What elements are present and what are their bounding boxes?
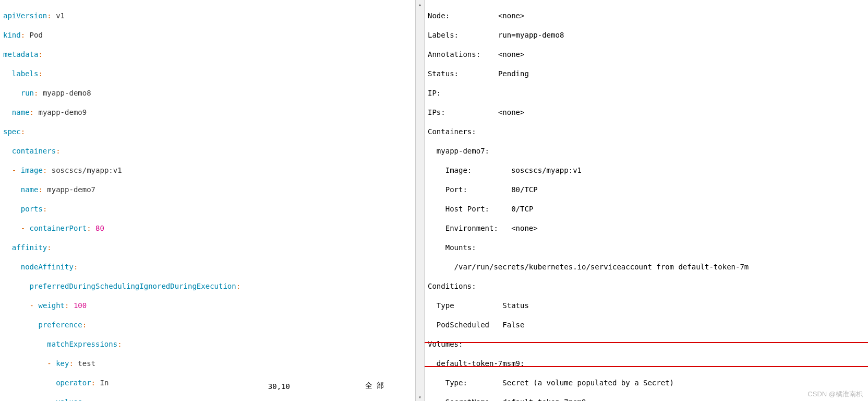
yaml-line: values: — [3, 397, 412, 401]
watermark: CSDN @橘淮南枳 — [807, 390, 863, 399]
out-line: SecretName: default-token-7msm9 — [428, 397, 865, 401]
out-line: IPs: <none> — [428, 107, 865, 118]
out-line: Labels: run=myapp-demo8 — [428, 30, 865, 41]
out-line: PodScheduled False — [428, 320, 865, 331]
scroll-down-icon[interactable]: ▾ — [416, 393, 424, 401]
out-line: Volumes: — [428, 339, 865, 350]
scroll-up-icon[interactable]: ▴ — [416, 0, 424, 8]
out-line: Host Port: 0/TCP — [428, 204, 865, 215]
yaml-line: matchExpressions: — [3, 339, 412, 350]
out-line: Annotations: <none> — [428, 49, 865, 60]
yaml-line: - key: test — [3, 358, 412, 369]
out-line: Status: Pending — [428, 68, 865, 79]
yaml-line: preference: — [3, 320, 412, 331]
yaml-line: apiVersion: v1 — [3, 10, 412, 21]
yaml-line: spec: — [3, 126, 412, 137]
yaml-line: affinity: — [3, 242, 412, 253]
yaml-line: ports: — [3, 204, 412, 215]
yaml-line: operator: In — [3, 378, 412, 388]
out-line: Conditions: — [428, 281, 865, 292]
out-line: Containers: — [428, 126, 865, 137]
out-line: Type Status — [428, 300, 865, 311]
yaml-line: containers: — [3, 146, 412, 157]
yaml-line: name: myapp-demo9 — [3, 107, 412, 118]
kubectl-output-pane[interactable]: Node: <none> Labels: run=myapp-demo8 Ann… — [425, 0, 868, 401]
scrollbar[interactable]: ▴ ▾ — [416, 0, 425, 401]
out-line: /var/run/secrets/kubernetes.io/serviceac… — [428, 262, 865, 273]
yaml-line: - weight: 100 — [3, 300, 412, 311]
out-line: myapp-demo7: — [428, 146, 865, 157]
out-line: Port: 80/TCP — [428, 184, 865, 195]
out-line: IP: — [428, 88, 865, 99]
yaml-line: preferredDuringSchedulingIgnoredDuringEx… — [3, 281, 412, 292]
out-line: Node: <none> — [428, 10, 865, 21]
out-line: Mounts: — [428, 242, 865, 253]
yaml-line: labels: — [3, 68, 412, 79]
vim-status-all: 全 部 — [365, 381, 384, 391]
out-line: Image: soscscs/myapp:v1 — [428, 165, 865, 176]
yaml-line: metadata: — [3, 49, 412, 60]
yaml-line: nodeAffinity: — [3, 262, 412, 273]
yaml-line: - containerPort: 80 — [3, 223, 412, 234]
out-line: Environment: <none> — [428, 223, 865, 234]
yaml-line: - image: soscscs/myapp:v1 — [3, 165, 412, 176]
yaml-line: kind: Pod — [3, 30, 412, 41]
yaml-line: run: myapp-demo8 — [3, 88, 412, 99]
yaml-line: name: myapp-demo7 — [3, 184, 412, 195]
out-line: Type: Secret (a volume populated by a Se… — [428, 378, 865, 388]
out-line: default-token-7msm9: — [428, 358, 865, 369]
yaml-editor-pane[interactable]: apiVersion: v1 kind: Pod metadata: label… — [0, 0, 416, 401]
vim-status-position: 30,10 — [268, 382, 290, 391]
